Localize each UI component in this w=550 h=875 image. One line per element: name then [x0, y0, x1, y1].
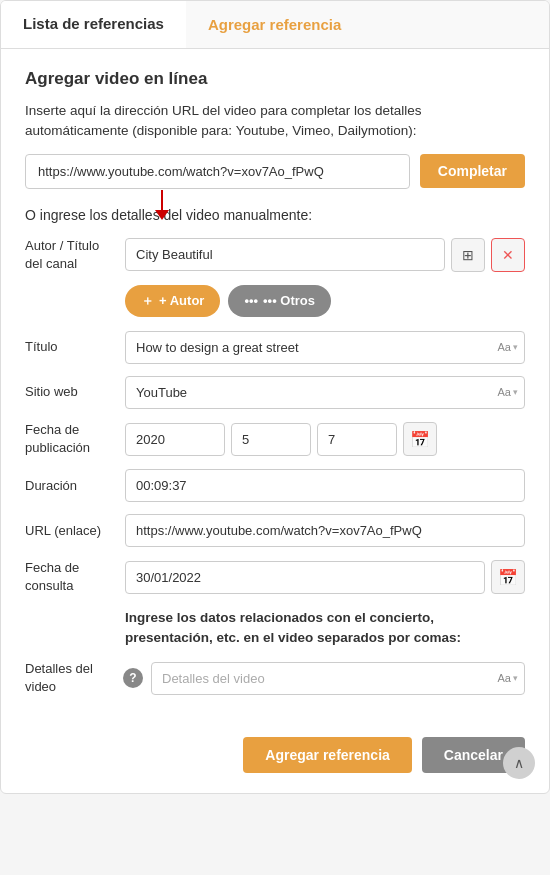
month-input[interactable] — [231, 423, 311, 456]
chevron-sitio-icon: ▾ — [513, 387, 518, 397]
tabs: Lista de referencias Agregar referencia — [1, 1, 549, 49]
building-icon-button[interactable]: ⊞ — [451, 238, 485, 272]
form-content: Agregar video en línea Inserte aquí la d… — [1, 49, 549, 737]
detalles-field[interactable]: Detalles del video Aa ▾ — [151, 662, 525, 695]
access-calendar-button[interactable]: 📅 — [491, 560, 525, 594]
calendar-button[interactable]: 📅 — [403, 422, 437, 456]
titulo-row: Título How to design a great street Aa ▾ — [25, 331, 525, 364]
fecha-consulta-label: Fecha de consulta — [25, 559, 115, 595]
plus-icon: ＋ — [141, 292, 154, 310]
author-label: Autor / Título del canal — [25, 237, 115, 273]
add-autor-button[interactable]: ＋ + Autor — [125, 285, 220, 317]
agregar-referencia-button[interactable]: Agregar referencia — [243, 737, 412, 773]
autor-label: + Autor — [159, 293, 204, 308]
detalles-row: Detalles del video ? Detalles del video … — [25, 660, 525, 696]
author-row: Autor / Título del canal ⊞ ✕ — [25, 237, 525, 273]
channel-input[interactable] — [125, 238, 445, 271]
detalles-placeholder: Detalles del video — [162, 671, 265, 686]
url-row: Completar — [25, 154, 525, 189]
tab-agregar[interactable]: Agregar referencia — [186, 1, 363, 48]
scroll-top-button[interactable]: ∧ — [503, 747, 535, 779]
sitio-row: Sitio web YouTube Aa ▾ — [25, 376, 525, 409]
author-buttons-row: ＋ + Autor ••• ••• Otros — [125, 285, 525, 317]
url-enlace-label: URL (enlace) — [25, 522, 115, 540]
main-container: Lista de referencias Agregar referencia … — [0, 0, 550, 794]
duration-input[interactable] — [125, 469, 525, 502]
date-inputs: 📅 — [125, 422, 525, 456]
day-input[interactable] — [317, 423, 397, 456]
manual-label: O ingrese los detalles del video manualm… — [25, 207, 525, 223]
clear-author-button[interactable]: ✕ — [491, 238, 525, 272]
titulo-value: How to design a great street — [136, 340, 299, 355]
aa-badge-detalles: Aa ▾ — [498, 672, 518, 684]
fecha-pub-label: Fecha de publicación — [25, 421, 115, 457]
otros-label: ••• Otros — [263, 293, 315, 308]
arrow-shaft — [161, 190, 163, 210]
dots-icon: ••• — [244, 293, 258, 308]
titulo-field[interactable]: How to design a great street Aa ▾ — [125, 331, 525, 364]
titulo-label: Título — [25, 338, 115, 356]
help-icon[interactable]: ? — [123, 668, 143, 688]
aa-label: Aa — [498, 341, 511, 353]
aa-label-detalles: Aa — [498, 672, 511, 684]
duration-row: Duración — [25, 469, 525, 502]
chevron-up-icon: ∧ — [514, 755, 524, 771]
otros-button[interactable]: ••• ••• Otros — [228, 285, 331, 317]
fecha-pub-row: Fecha de publicación 📅 — [25, 421, 525, 457]
duration-label: Duración — [25, 477, 115, 495]
url-input[interactable] — [25, 154, 410, 189]
aa-label-sitio: Aa — [498, 386, 511, 398]
url-instruction: Inserte aquí la dirección URL del video … — [25, 101, 525, 142]
section-title: Agregar video en línea — [25, 69, 525, 89]
url-section: Completar — [25, 154, 525, 189]
channel-input-group: ⊞ ✕ — [125, 238, 525, 272]
aa-badge-sitio: Aa ▾ — [498, 386, 518, 398]
sitio-label: Sitio web — [25, 383, 115, 401]
url-enlace-input[interactable] — [125, 514, 525, 547]
fecha-consulta-row: Fecha de consulta 📅 — [25, 559, 525, 595]
url-enlace-row: URL (enlace) — [25, 514, 525, 547]
arrow-head — [155, 210, 169, 220]
arrow-indicator — [155, 190, 169, 220]
chevron-detalles-icon: ▾ — [513, 673, 518, 683]
year-input[interactable] — [125, 423, 225, 456]
completar-button[interactable]: Completar — [420, 154, 525, 188]
sitio-value: YouTube — [136, 385, 187, 400]
access-date-row: 📅 — [125, 560, 525, 594]
info-text: Ingrese los datos relacionados con el co… — [25, 608, 525, 649]
sitio-field[interactable]: YouTube Aa ▾ — [125, 376, 525, 409]
footer: Agregar referencia Cancelar — [1, 737, 549, 793]
chevron-icon: ▾ — [513, 342, 518, 352]
tab-lista[interactable]: Lista de referencias — [1, 1, 186, 48]
aa-badge-titulo: Aa ▾ — [498, 341, 518, 353]
access-date-input[interactable] — [125, 561, 485, 594]
detalles-label: Detalles del video — [25, 660, 115, 696]
